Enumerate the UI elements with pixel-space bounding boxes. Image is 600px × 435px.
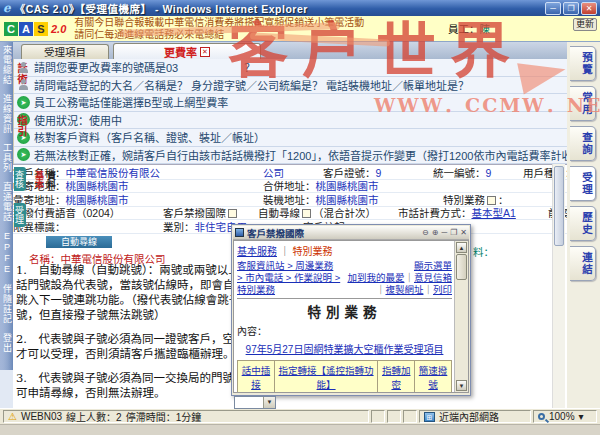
popup-scrollbar-thumb[interactable] [456,254,467,280]
ban-intl-label: 客戶禁撥國際 [163,207,226,219]
service-link[interactable]: 話中插接 [238,361,275,394]
marquee-line1: 有關今日聯合報報載中華電信消費券將搭配寬頻促銷送小筆電活動 [74,17,364,28]
dropdown-arrow-icon[interactable]: ▼ [263,397,275,408]
add-favorite-link[interactable]: 加到我的最愛 [347,272,404,283]
tab-frequent[interactable]: 常用 [570,86,596,121]
magnifier-icon [538,413,545,420]
billing-label: 市話計費方式： [398,207,472,219]
popup-maximize-icon[interactable]: ❐ [450,228,457,238]
copy-url-link[interactable]: 複製網址 [385,284,423,295]
popup-control-icon[interactable]: ⊕ [432,228,439,238]
minimize-button[interactable]: ─ [545,2,561,15]
tab-accept[interactable]: 受理 [14,203,26,227]
main-scrollbar-thumb[interactable] [554,166,564,246]
name-value: 中華電信股份有限公 [66,167,161,179]
customer-row-addresses2: 彙寄地址：桃園縣桃園市 裝機地址：桃園縣桃園市 特別業務： [13,193,600,207]
service-link[interactable]: 指轉加密 [378,361,415,394]
addr2-label: 合併地址： [263,180,316,192]
billing-value[interactable]: 基本型A1 [472,207,516,219]
nav-basic-service-link[interactable]: 基本服務 [237,246,277,257]
tab-query[interactable]: 查詢 [570,126,596,161]
autoline-label: 自動尋線 [258,207,300,219]
scroll-down-icon[interactable]: ▼ [456,380,467,391]
person-icon [17,61,30,74]
inline-dropdown[interactable]: ▼ [234,396,276,409]
ubn-label: 統一編號： [433,167,486,179]
ie-logo-icon: e [3,1,11,15]
sidebar-item-toolbar[interactable]: 工具列 [0,143,13,173]
tab-preview[interactable]: 預覽 [570,46,596,81]
tab-change-rate[interactable]: 更費率 ✕ [113,43,261,59]
script-row-text: 請問您要更改費率的號碼是03 ？ [34,59,255,75]
sidebar-item-epfe[interactable]: EPFE [0,231,13,275]
right-tab-strip: 預覽 常用 查詢 受理 歷史 連結 [567,42,600,408]
employee-info: 員工：陳 [448,21,490,36]
notice-link[interactable]: 97年5月27日固網特業擴大空櫃作業受理項目 [237,341,452,356]
status-left-panel: ⚠ WEBN03 線上人數：2 停滯時間：1分鐘 [3,410,369,423]
print-link[interactable]: 列印 [433,284,452,295]
popup-control-icon[interactable]: ⊖ [422,228,429,238]
marquee-line2: 請同仁每通進線電話務必來電總結 [74,29,224,40]
popup-close-icon[interactable]: ✕ [460,228,467,238]
status-zoom-panel[interactable]: 100% ▾ [533,410,597,423]
special-service-table: 話中插接 指定轉接【遙控指轉功能】 指轉加密 簡速撥號 按時叫醒 三方通話 勿干… [237,360,452,393]
service-link[interactable]: 指定轉接【遙控指轉功能】 [274,361,377,394]
background-text-fragment: 料： [473,244,494,259]
ban-intl-checkbox-icon[interactable] [228,209,237,218]
script-row-text: 若無法核對正確，婉請客戶自行由該市話話機撥打「1200」，依語音提示作變更（撥打… [34,147,583,163]
sidebar-item-inbound-info[interactable]: 進線資訊 [0,94,13,134]
cas-logo-s: S [34,22,48,36]
tab-history[interactable]: 歷史 [570,206,596,241]
sidebar-item-companion-note[interactable]: 伴隨註記 [0,284,13,324]
popup-scrollbar[interactable]: ▲ ▼ [454,241,468,392]
tab-change-rate-label: 更費率 [164,44,197,60]
certno-value: 9 [376,167,382,179]
name-value2: 公司 [263,166,323,180]
tab-acceptance[interactable]: 受理 [570,166,596,201]
separator: ｜ [423,284,433,295]
status-zone-panel: ⊞ 近端內部網路 [419,410,531,423]
addr1-value: 桃園縣桃園市 [66,180,129,192]
subpanel-titlebar[interactable]: 自動尋線 [46,236,112,248]
cas-logo-c: C [4,22,18,36]
script-label-strip: 話術 指引 [13,59,14,164]
tab-links[interactable]: 連結 [570,246,596,281]
special-checkbox-icon[interactable] [487,196,496,205]
sidebar-item-logout[interactable]: 登出 [0,333,13,353]
tab-verify[interactable]: 查核 [14,167,26,191]
list-item: 1. 自動尋線（自動跳號）：兩號或兩號以上電話門號設為代表號，當該號佔線時，即會… [16,263,256,323]
sidebar-item-call-summary[interactable]: 來電總結 [0,45,13,85]
main-scrollbar[interactable] [552,164,565,408]
tab-close-icon[interactable]: ✕ [200,47,210,57]
certno-label: 客戶證號： [323,167,376,179]
cas-logo: C A S 2.0 [4,22,66,36]
marquee-text: 有關今日聯合報報載中華電信消費券將搭配寬頻促銷送小筆電活動 請同仁每通進線電話務… [74,17,364,41]
sidebar-item-direct-phone[interactable]: 直通電話 [0,182,13,222]
table-row: 話中插接 指定轉接【遙控指轉功能】 指轉加密 簡速撥號 [238,361,452,394]
tab-accept-items[interactable]: 受理項目 [21,44,109,59]
popup-titlebar[interactable]: 客戶禁撥國際 ⊖ ⊕ ─ ❐ ✕ [233,226,469,240]
maximize-button[interactable]: ❐ [563,2,579,15]
breadcrumb[interactable]: 客服資訊站 > 周邊業務 > 市內電話 > 作業說明 > 特別業務 [237,260,341,296]
person-icon [17,78,30,91]
employee-name: 陳 [480,23,491,35]
left-sidebar: 來電總結 進線資訊 工具列 直通電話 EPFE 伴隨註記 登出 [0,42,13,408]
status-online-count: 線上人數：2 [66,409,122,424]
show-menu-link[interactable]: 顯示選單 [414,260,452,271]
scroll-up-icon[interactable]: ▲ [456,242,467,253]
biz-label: 業別： [163,221,195,233]
feedback-link[interactable]: 意見信箱 [414,272,452,283]
autoline-checkbox-icon[interactable] [302,209,311,218]
window-bottom-edge [0,424,600,435]
nav-special-service-current: 特別業務 [293,246,333,257]
zoom-menu-arrow-icon[interactable]: ▾ [579,411,584,422]
service-link[interactable]: 簡速撥號 [415,361,452,394]
network-zone-icon: ⊞ [424,412,435,422]
close-button[interactable]: ✕ [581,2,597,15]
refresh-button[interactable]: 更新 [573,18,597,31]
cas-logo-version: 2.0 [51,23,66,35]
customer-row-addresses1: 帳寄地址：桃園縣桃園市 合併地址：桃園縣桃園市 [13,180,600,194]
script-row: ➤ 使用狀況：使用中 [14,112,583,130]
popup-minimize-icon[interactable]: ─ [441,228,447,238]
script-row-text: 員工公務電話僅能選擇B型或上網型費率 [34,94,228,110]
